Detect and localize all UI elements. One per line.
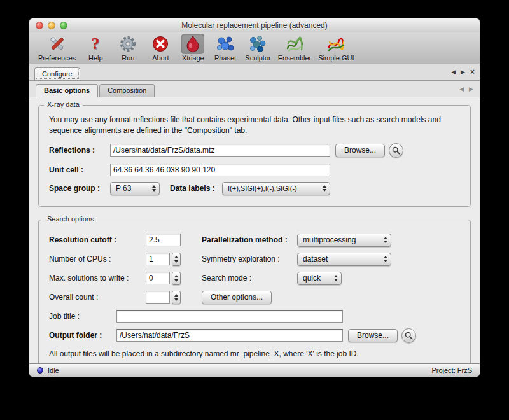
- number-of-cpus-input[interactable]: [146, 253, 170, 265]
- svg-text:?: ?: [92, 34, 100, 53]
- space-group-value: P 63: [116, 184, 131, 193]
- output-folder-row: Output folder : Browse...: [49, 328, 460, 343]
- run-gear-icon: [118, 34, 137, 53]
- popup-arrows-icon: [331, 275, 338, 281]
- toolbar-label: Sculptor: [245, 54, 270, 62]
- up-arrow-icon: [334, 275, 338, 277]
- xray-data-group: X-ray data You may use any format reflec…: [38, 105, 471, 207]
- window-title: Molecular replacement pipeline (advanced…: [181, 21, 327, 30]
- zoom-window-button[interactable]: [60, 22, 67, 29]
- reflections-view-button[interactable]: [389, 143, 403, 158]
- toolbar-button-help[interactable]: ? ? Help: [83, 34, 108, 62]
- close-window-button[interactable]: [36, 22, 43, 29]
- toolbar-button-abort[interactable]: Abort: [148, 34, 173, 62]
- tab-close-icon[interactable]: ×: [470, 69, 475, 75]
- overall-count-label: Overall count :: [49, 293, 146, 302]
- simple-gui-chains-icon: [326, 34, 345, 53]
- inner-tab-scroll-left-icon[interactable]: ◀: [459, 86, 464, 92]
- tab-configure-label: Configure: [42, 70, 73, 78]
- inner-tab-navigation: ◀ ▶: [459, 86, 473, 92]
- output-folder-browse-button[interactable]: Browse...: [348, 329, 398, 342]
- output-folder-input[interactable]: [116, 329, 343, 342]
- output-folder-view-button[interactable]: [401, 328, 416, 343]
- phaser-molecule-icon: [216, 34, 235, 53]
- max-solutions-label: Max. solutions to write :: [49, 274, 146, 283]
- search-options-group: Search options Resolution cutoff : Paral…: [38, 220, 471, 363]
- reflections-input[interactable]: [110, 144, 330, 157]
- search-mode-label: Search mode :: [202, 274, 297, 283]
- search-group-title: Search options: [44, 215, 97, 223]
- down-arrow-icon: [152, 189, 156, 192]
- tab-scroll-right-icon[interactable]: ▶: [461, 69, 465, 75]
- down-arrow-icon: [384, 260, 387, 262]
- tab-configure[interactable]: Configure: [34, 67, 80, 80]
- popup-arrows-icon: [380, 256, 387, 262]
- data-labels-dropdown[interactable]: I(+),SIGI(+),I(-),SIGI(-): [222, 182, 330, 195]
- tab-scroll-left-icon[interactable]: ◀: [451, 69, 456, 75]
- titlebar[interactable]: Molecular replacement pipeline (advanced…: [29, 18, 480, 32]
- tab-navigation: ◀ ▶ ×: [451, 69, 475, 75]
- toolbar-button-sculptor[interactable]: Sculptor: [245, 34, 270, 62]
- number-of-cpus-stepper[interactable]: [172, 253, 181, 266]
- space-group-row: Space group : P 63 Data labels : I(+),SI…: [49, 182, 460, 195]
- xray-group-title: X-ray data: [44, 101, 83, 108]
- parallelization-method-value: multiprocessing: [303, 235, 356, 244]
- help-icon: ? ?: [86, 34, 105, 53]
- other-options-button[interactable]: Other options...: [202, 291, 272, 304]
- toolbar-button-simple-gui[interactable]: Simple GUI: [318, 34, 354, 62]
- inner-tab-scroll-right-icon[interactable]: ▶: [469, 86, 473, 92]
- max-solutions-stepper[interactable]: [172, 272, 181, 285]
- job-title-input[interactable]: [116, 310, 343, 323]
- toolbar-button-phaser[interactable]: Phaser: [213, 34, 238, 62]
- xtriage-drop-icon: [183, 34, 202, 53]
- max-solutions-row: Max. solutions to write : Search mode : …: [49, 272, 460, 285]
- parallelization-method-dropdown[interactable]: multiprocessing: [297, 234, 391, 247]
- abort-icon: [151, 34, 170, 53]
- overall-count-stepper[interactable]: [172, 291, 181, 304]
- down-arrow-icon: [384, 241, 387, 243]
- document-tab-bar: Configure ◀ ▶ ×: [29, 64, 480, 81]
- toolbar: Preferences ? ? Help Run Abort: [29, 32, 480, 64]
- status-bar: Idle Project: FrzS: [29, 363, 480, 377]
- toolbar-button-ensembler[interactable]: Ensembler: [278, 34, 312, 62]
- toolbar-label: Simple GUI: [318, 54, 354, 62]
- resolution-row: Resolution cutoff : Parallelization meth…: [49, 234, 460, 247]
- max-solutions-input[interactable]: [146, 272, 170, 284]
- resolution-cutoff-input[interactable]: [146, 234, 181, 246]
- toolbar-label: Run: [122, 54, 134, 62]
- toolbar-label: Preferences: [38, 54, 76, 62]
- sculptor-molecule-icon: [248, 34, 267, 53]
- space-group-dropdown[interactable]: P 63: [110, 182, 160, 195]
- reflections-browse-button[interactable]: Browse...: [335, 144, 385, 157]
- toolbar-button-run[interactable]: Run: [115, 34, 141, 62]
- up-arrow-icon: [384, 256, 387, 258]
- down-arrow-icon: [323, 189, 326, 192]
- overall-count-input[interactable]: [146, 291, 170, 304]
- cpus-row: Number of CPUs : Symmetry exploration : …: [49, 253, 460, 266]
- ensembler-chains-icon: [285, 34, 304, 53]
- search-mode-dropdown[interactable]: quick: [297, 272, 342, 285]
- symmetry-exploration-value: dataset: [303, 255, 328, 263]
- window-controls: [36, 22, 67, 29]
- xray-description: You may use any format reflections file …: [49, 115, 456, 137]
- symmetry-exploration-dropdown[interactable]: dataset: [297, 253, 391, 266]
- toolbar-button-xtriage[interactable]: Xtriage: [180, 34, 206, 62]
- popup-arrows-icon: [380, 237, 387, 243]
- status-text: Idle: [48, 367, 59, 374]
- toolbar-label: Phaser: [214, 54, 237, 62]
- up-arrow-icon: [174, 256, 178, 258]
- toolbar-button-preferences[interactable]: Preferences: [38, 34, 76, 62]
- tab-composition[interactable]: Composition: [99, 84, 155, 97]
- preferences-icon: [48, 34, 67, 53]
- up-arrow-icon: [384, 237, 387, 239]
- parallelization-method-label: Parallelization method :: [202, 235, 297, 244]
- output-note: All output files will be placed in a sub…: [49, 349, 460, 358]
- tab-basic-options[interactable]: Basic options: [36, 84, 98, 97]
- down-arrow-icon: [174, 279, 178, 282]
- reflections-row: Reflections : Browse...: [49, 143, 460, 158]
- toolbar-label: Ensembler: [278, 54, 312, 62]
- unit-cell-label: Unit cell :: [49, 165, 110, 174]
- app-window: Molecular replacement pipeline (advanced…: [29, 18, 480, 377]
- unit-cell-input[interactable]: [110, 164, 330, 176]
- minimize-window-button[interactable]: [48, 22, 55, 29]
